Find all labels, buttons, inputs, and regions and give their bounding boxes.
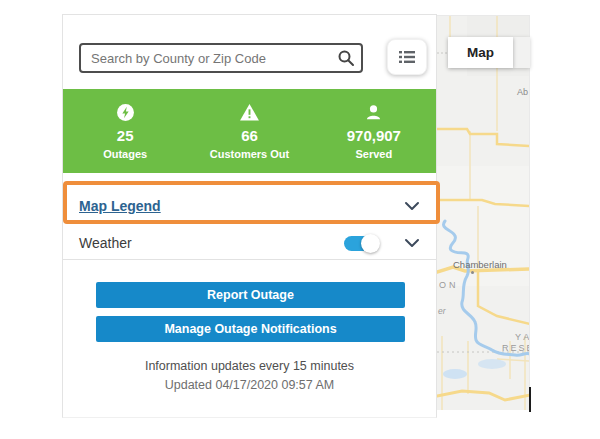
update-frequency-text: Information updates every 15 minutes	[63, 359, 436, 373]
stat-served: 970,907 Served	[312, 89, 436, 173]
list-view-button[interactable]	[387, 39, 427, 75]
weather-toggle[interactable]	[344, 236, 376, 251]
chevron-down-icon[interactable]	[404, 201, 420, 211]
stats-bar: 25 Outages 66 Customers Out 970,907 Serv…	[63, 89, 436, 173]
stat-customers-out: 66 Customers Out	[187, 89, 311, 173]
search-input[interactable]	[79, 43, 363, 73]
city-dot-marker	[471, 271, 474, 274]
weather-label: Weather	[79, 235, 132, 251]
search-field-wrap	[79, 43, 363, 73]
bolt-circle-icon	[116, 103, 135, 122]
map-label-city: Chamberlain	[453, 259, 507, 270]
map-viewport[interactable]: Ab Chamberlain ON er YA RESE	[437, 15, 530, 410]
map-label-river: er	[438, 306, 446, 316]
map-label-truncated: Ab	[517, 87, 528, 97]
map-label-on: ON	[439, 280, 459, 290]
map-label-rese: RESE	[502, 343, 530, 353]
map-legend-row: Map Legend	[63, 186, 436, 226]
toggle-knob	[361, 234, 380, 253]
map-legend-link[interactable]: Map Legend	[79, 198, 161, 214]
stat-value: 25	[117, 127, 134, 145]
report-outage-button[interactable]: Report Outage	[96, 282, 405, 308]
person-icon	[364, 103, 383, 122]
chevron-down-icon[interactable]	[404, 238, 420, 248]
manage-notifications-button[interactable]: Manage Outage Notifications	[96, 316, 405, 342]
update-info: Information updates every 15 minutes Upd…	[63, 359, 436, 392]
weather-row: Weather	[63, 227, 436, 259]
stat-value: 970,907	[347, 127, 401, 145]
stat-label: Customers Out	[210, 148, 289, 160]
section-divider	[63, 259, 436, 260]
stat-value: 66	[241, 127, 258, 145]
last-updated-text: Updated 04/17/2020 09:57 AM	[63, 378, 436, 392]
map-tab-partial[interactable]	[513, 37, 530, 68]
warning-triangle-icon	[239, 103, 260, 122]
stat-label: Served	[355, 148, 392, 160]
stat-outages: 25 Outages	[63, 89, 187, 173]
outage-sidebar-panel: 25 Outages 66 Customers Out 970,907 Serv…	[62, 14, 437, 418]
scrollbar-fragment	[529, 387, 531, 412]
map-tab[interactable]: Map	[448, 37, 513, 68]
map-label-ya: YA	[515, 332, 530, 342]
search-icon[interactable]	[337, 49, 355, 67]
outage-map-app: Ab Chamberlain ON er YA RESE Map	[0, 0, 600, 439]
stat-label: Outages	[103, 148, 147, 160]
list-icon	[398, 49, 416, 65]
